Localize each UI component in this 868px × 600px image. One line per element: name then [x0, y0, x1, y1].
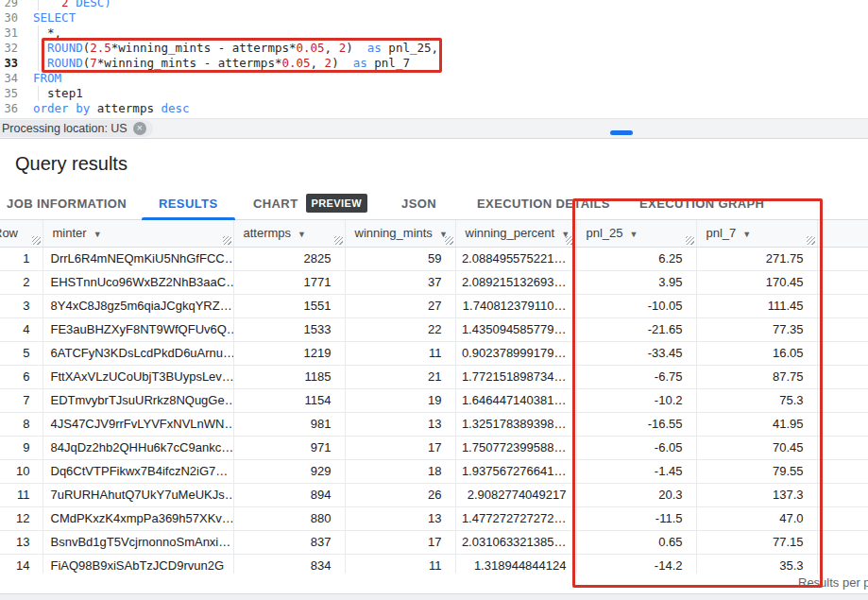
tab-chart[interactable]: CHARTPREVIEW [253, 189, 367, 219]
query-results-header: Query results [0, 139, 868, 189]
sql-code-lines[interactable]: 29 2 DESC)30SELECT31 *,32 ROUND(2.5*winn… [0, 0, 868, 116]
cell-winning_mints: 17 [345, 530, 455, 554]
line-number: 33 [0, 56, 25, 71]
code-line[interactable]: 32 ROUND(2.5*winning_mints - attermps*0.… [0, 41, 868, 56]
cell-pnl_7: 77.15 [696, 530, 817, 554]
column-resize-handle[interactable] [32, 236, 41, 245]
cell-winning_mints: 17 [345, 436, 455, 459]
indent-guide [38, 41, 39, 56]
column-header-winning_mints[interactable]: winning_mints▼ [345, 220, 455, 247]
code-text[interactable]: ROUND(7*winning_mints - attermps*0.05, 2… [25, 56, 410, 71]
column-resize-handle[interactable] [334, 236, 343, 245]
cell-pnl_7: 87.75 [696, 365, 817, 388]
cell-minter: 84JqDz2hb2QHHu6k7cC9ankc… [43, 436, 233, 459]
cell-filler [817, 506, 868, 530]
tab-results[interactable]: RESULTS [159, 189, 218, 219]
tab-label: EXECUTION GRAPH [639, 197, 764, 211]
column-header-Row[interactable]: Row [0, 220, 43, 247]
cell-minter: FiAQ98B9xiSAbTzJCD9rvun2G [43, 554, 233, 574]
cell-attermps: 971 [233, 436, 345, 459]
column-header-winning_percent[interactable]: winning_percent▼ [455, 220, 576, 247]
line-number: 29 [0, 0, 25, 10]
code-text[interactable]: *, [25, 26, 61, 41]
code-line[interactable]: 34FROM [0, 71, 868, 86]
close-icon[interactable]: × [133, 122, 146, 135]
cell-winning_percent: 2.089215132693… [455, 270, 576, 294]
cell-filler [817, 341, 868, 365]
code-text[interactable]: ROUND(2.5*winning_mints - attermps*0.05,… [25, 41, 438, 56]
cell-pnl_25: -10.05 [576, 294, 696, 317]
results-per-page-label[interactable]: Results per page [798, 575, 868, 590]
cell-pnl_25: -33.45 [576, 341, 696, 365]
cell-row: 9 [0, 436, 43, 459]
tab-execution-graph[interactable]: EXECUTION GRAPH [639, 189, 764, 219]
results-tabbar: JOB INFORMATIONRESULTSCHARTPREVIEWJSONEX… [0, 189, 868, 220]
code-line[interactable]: 30SELECT [0, 10, 868, 26]
cell-winning_mints: 27 [345, 294, 455, 317]
cell-row: 1 [0, 247, 43, 270]
line-number: 32 [0, 41, 25, 56]
code-line[interactable]: 36order by attermps desc [0, 101, 868, 116]
column-header-pnl_25[interactable]: pnl_25▼ [576, 220, 696, 247]
code-line[interactable]: 29 2 DESC) [0, 0, 868, 10]
cell-filler [817, 388, 868, 412]
cell-attermps: 929 [233, 459, 345, 483]
processing-location-strip: Processing location: US × [0, 118, 868, 139]
cell-pnl_25: 0.65 [576, 530, 696, 554]
chevron-down-icon[interactable]: ▼ [298, 230, 306, 239]
chevron-down-icon[interactable]: ▼ [94, 230, 102, 239]
code-text[interactable]: SELECT [25, 10, 76, 26]
code-text[interactable]: FROM [25, 71, 61, 86]
results-table: Rowminter▼attermps▼winning_mints▼winning… [0, 220, 868, 574]
chevron-down-icon[interactable]: ▼ [630, 230, 638, 239]
results-table-wrap: Rowminter▼attermps▼winning_mints▼winning… [0, 220, 868, 574]
cell-attermps: 834 [233, 554, 345, 574]
cell-pnl_7: 79.55 [696, 459, 817, 483]
column-resize-handle[interactable] [223, 236, 231, 245]
cell-row: 4 [0, 317, 43, 341]
code-text[interactable]: order by attermps desc [25, 101, 190, 116]
column-resize-handle[interactable] [445, 236, 453, 245]
column-header-pnl_7[interactable]: pnl_7▼ [696, 220, 817, 247]
table-row: 984JqDz2hb2QHHu6k7cC9ankc…971171.7507723… [0, 436, 868, 459]
cell-row: 11 [0, 483, 43, 506]
cell-winning_percent: 1.750772399588… [455, 436, 576, 459]
column-header-filler [817, 220, 868, 247]
cell-winning_mints: 18 [345, 459, 455, 483]
cell-filler [817, 459, 868, 483]
pane-resize-handle[interactable] [610, 130, 633, 135]
cell-winning_percent: 1.477272727272… [455, 506, 576, 530]
code-line[interactable]: 35 step1 [0, 86, 868, 101]
cell-pnl_25: -6.75 [576, 365, 696, 388]
bottom-strip [0, 593, 868, 600]
cell-filler [817, 554, 868, 574]
sql-editor[interactable]: 29 2 DESC)30SELECT31 *,32 ROUND(2.5*winn… [0, 0, 868, 118]
chevron-down-icon[interactable]: ▼ [742, 230, 751, 239]
indent-guide [38, 56, 39, 71]
processing-location-label: Processing location: US [2, 122, 128, 135]
code-line[interactable]: 31 *, [0, 26, 868, 41]
column-resize-handle[interactable] [686, 236, 694, 245]
column-resize-handle[interactable] [566, 236, 574, 245]
cell-winning_percent: 1.937567276641… [455, 459, 576, 483]
cell-pnl_25: 20.3 [576, 483, 696, 506]
tab-execution-details[interactable]: EXECUTION DETAILS [477, 189, 610, 219]
page-title: Query results [0, 139, 868, 175]
code-line[interactable]: 33 ROUND(7*winning_mints - attermps*0.05… [0, 56, 868, 71]
cell-minter: 6ATCFyN3KDsLcdPkdD6uArnu… [43, 341, 233, 365]
cell-minter: Dq6CtVTPFikwx7B4ifczN2iG7… [43, 459, 233, 483]
cell-filler [817, 317, 868, 341]
column-header-attermps[interactable]: attermps▼ [233, 220, 345, 247]
cell-minter: FttXAxVLzUCoUbjT3BUypsLev… [43, 365, 233, 388]
column-resize-handle[interactable] [807, 236, 815, 245]
tab-json[interactable]: JSON [401, 189, 436, 219]
cell-minter: DrrL6R4mNEQmKiU5NhGfFCC… [43, 247, 233, 270]
cell-minter: 8Y4xC8J8gz5m6qiaJCgkqYRZ… [43, 294, 233, 317]
tab-job-information[interactable]: JOB INFORMATION [7, 189, 127, 219]
code-text[interactable]: step1 [25, 86, 83, 101]
line-number: 35 [0, 86, 25, 101]
column-header-minter[interactable]: minter▼ [43, 220, 233, 247]
table-row: 4FE3auBHZXyF8NT9WfQFUv6Q…1533221.4350945… [0, 317, 868, 341]
tab-label: RESULTS [159, 197, 218, 211]
table-row: 13BsnvBd1gT5VcjrnonnoSmAnxi…837172.03106… [0, 530, 868, 554]
